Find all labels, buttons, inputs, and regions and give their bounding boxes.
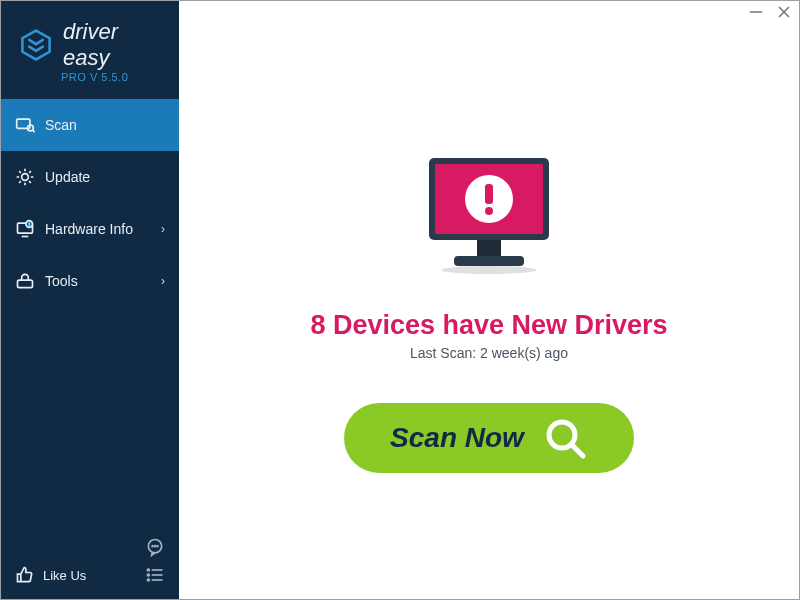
list-icon[interactable] xyxy=(145,565,165,585)
svg-rect-26 xyxy=(485,184,493,204)
scan-icon xyxy=(15,115,35,135)
chevron-right-icon: › xyxy=(161,222,165,236)
svg-point-7 xyxy=(22,174,29,181)
svg-point-30 xyxy=(441,266,537,274)
nav-label: Update xyxy=(45,169,90,185)
feedback-icon[interactable] xyxy=(145,537,165,557)
close-button[interactable] xyxy=(777,5,791,19)
version-label: PRO V 5.5.0 xyxy=(61,71,167,83)
svg-rect-29 xyxy=(454,256,524,266)
tools-icon xyxy=(15,271,35,291)
svg-point-21 xyxy=(147,579,149,581)
hardware-info-icon: i xyxy=(15,219,35,239)
update-icon xyxy=(15,167,35,187)
status-illustration xyxy=(409,148,569,288)
scan-now-label: Scan Now xyxy=(390,422,524,454)
chevron-right-icon: › xyxy=(161,274,165,288)
svg-point-15 xyxy=(155,546,156,547)
scan-now-button[interactable]: Scan Now xyxy=(344,403,634,473)
svg-line-6 xyxy=(33,130,35,132)
thumbs-up-icon xyxy=(15,565,35,585)
magnifier-icon xyxy=(542,415,588,461)
nav: Scan Update i xyxy=(1,99,179,307)
svg-point-27 xyxy=(485,207,493,215)
nav-item-tools[interactable]: Tools › xyxy=(1,255,179,307)
svg-point-14 xyxy=(152,546,153,547)
window-controls xyxy=(749,5,791,19)
brand-area: driver easy PRO V 5.5.0 xyxy=(1,1,179,93)
nav-label: Scan xyxy=(45,117,77,133)
main-content: 8 Devices have New Drivers Last Scan: 2 … xyxy=(179,1,799,599)
brand-name: driver easy xyxy=(63,19,167,71)
like-us-label: Like Us xyxy=(43,568,86,583)
nav-item-update[interactable]: Update xyxy=(1,151,179,203)
like-us-button[interactable]: Like Us xyxy=(15,565,86,585)
svg-rect-28 xyxy=(477,240,501,258)
minimize-button[interactable] xyxy=(749,5,763,19)
svg-rect-12 xyxy=(18,280,33,288)
svg-point-19 xyxy=(147,574,149,576)
nav-item-scan[interactable]: Scan xyxy=(1,99,179,151)
app-window: driver easy PRO V 5.5.0 Scan xyxy=(0,0,800,600)
svg-point-17 xyxy=(147,569,149,571)
svg-point-16 xyxy=(157,546,158,547)
status-headline: 8 Devices have New Drivers xyxy=(310,310,667,341)
sidebar-bottom: Like Us xyxy=(1,551,179,599)
nav-label: Hardware Info xyxy=(45,221,133,237)
svg-line-32 xyxy=(572,445,583,456)
sidebar: driver easy PRO V 5.5.0 Scan xyxy=(1,1,179,599)
nav-item-hardware-info[interactable]: i Hardware Info › xyxy=(1,203,179,255)
logo-icon xyxy=(19,28,53,62)
nav-label: Tools xyxy=(45,273,78,289)
last-scan-label: Last Scan: 2 week(s) ago xyxy=(410,345,568,361)
